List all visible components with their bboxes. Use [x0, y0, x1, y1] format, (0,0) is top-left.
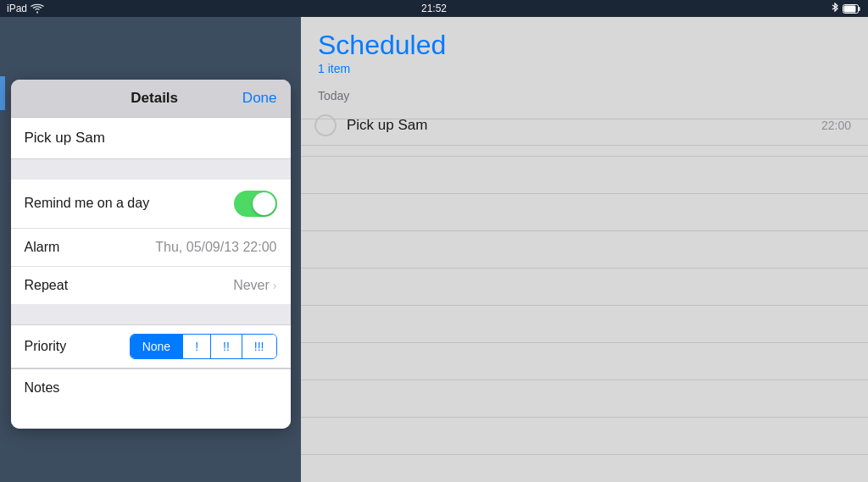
- toggle-knob: [253, 192, 275, 215]
- list-count: 1 item: [318, 62, 851, 75]
- repeat-label: Repeat: [25, 278, 69, 293]
- priority-section: Priority None ! !! !!!: [11, 324, 291, 368]
- remind-toggle[interactable]: [234, 191, 277, 217]
- scheduled-bar: [0, 76, 5, 110]
- task-row[interactable]: Pick up Sam 22:00: [301, 106, 868, 146]
- reminder-section: Remind me on a day Alarm Thu, 05/09/13 2…: [11, 180, 291, 304]
- alarm-value: Thu, 05/09/13 22:00: [155, 240, 276, 255]
- today-label: Today: [301, 82, 868, 106]
- section-gap-2: [11, 304, 291, 324]
- status-time: 21:52: [421, 3, 447, 14]
- priority-none-button[interactable]: None: [131, 335, 183, 358]
- background-list: [0, 17, 301, 34]
- right-panel: Scheduled 1 item Today Pick up Sam 22:00: [301, 17, 868, 482]
- modal-title: Details: [67, 90, 242, 107]
- carrier-label: iPad: [7, 3, 27, 14]
- chevron-icon: ›: [273, 279, 277, 292]
- list-header: Scheduled 1 item: [301, 17, 868, 82]
- details-modal: Details Done Remind me on a day Alarm T: [11, 80, 291, 429]
- alarm-row[interactable]: Alarm Thu, 05/09/13 22:00: [11, 229, 291, 267]
- repeat-value: Never ›: [233, 278, 276, 293]
- priority-button-group: None ! !! !!!: [130, 334, 277, 359]
- priority-label: Priority: [25, 339, 67, 354]
- task-name: Pick up Sam: [347, 117, 821, 134]
- main-content: Details Done Remind me on a day Alarm T: [0, 17, 868, 482]
- priority-high-button[interactable]: !!!: [242, 335, 276, 358]
- wifi-icon: [31, 3, 44, 14]
- left-panel: Details Done Remind me on a day Alarm T: [0, 17, 301, 482]
- priority-medium-button[interactable]: !!: [211, 335, 242, 358]
- remind-row: Remind me on a day: [11, 180, 291, 229]
- svg-rect-2: [844, 5, 856, 12]
- task-checkbox[interactable]: [314, 114, 337, 136]
- priority-row: Priority None ! !! !!!: [11, 325, 291, 368]
- modal-header: Details Done: [11, 80, 291, 118]
- task-time: 22:00: [821, 119, 851, 132]
- bluetooth-icon: [831, 3, 839, 14]
- status-left: iPad: [7, 3, 44, 14]
- notes-section: Notes: [11, 368, 291, 429]
- list-title: Scheduled: [318, 30, 851, 60]
- list-content: Today Pick up Sam 22:00: [301, 82, 868, 482]
- today-section: Today Pick up Sam 22:00: [301, 82, 868, 146]
- status-right: [831, 3, 861, 14]
- remind-label: Remind me on a day: [25, 196, 150, 211]
- repeat-row[interactable]: Repeat Never ›: [11, 267, 291, 304]
- svg-rect-1: [859, 7, 860, 11]
- done-button[interactable]: Done: [242, 90, 277, 107]
- task-name-input[interactable]: [11, 118, 291, 158]
- priority-low-button[interactable]: !: [183, 335, 211, 358]
- section-gap-1: [11, 159, 291, 180]
- notes-row[interactable]: Notes: [11, 369, 291, 429]
- task-name-section: [11, 118, 291, 159]
- notes-label: Notes: [25, 380, 60, 395]
- status-bar: iPad 21:52: [0, 0, 868, 17]
- battery-icon: [843, 4, 861, 14]
- alarm-label: Alarm: [25, 240, 60, 255]
